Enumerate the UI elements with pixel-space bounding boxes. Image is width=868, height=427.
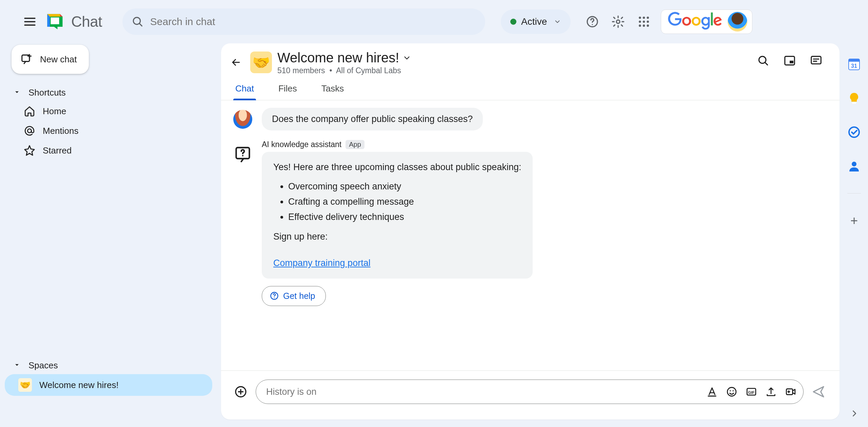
svg-point-36 xyxy=(852,162,856,166)
app-logo[interactable]: Chat xyxy=(45,12,102,32)
apps-button[interactable] xyxy=(634,12,654,32)
format-text-button[interactable] xyxy=(706,386,718,398)
keep-addon[interactable] xyxy=(847,92,861,105)
contacts-addon[interactable] xyxy=(847,159,861,173)
svg-rect-18 xyxy=(790,61,793,63)
person-icon xyxy=(847,159,861,173)
search-input[interactable] xyxy=(150,16,476,27)
caret-down-icon xyxy=(14,89,20,96)
space-avatar: 🤝 xyxy=(250,52,272,73)
bot-header: AI knowledge assistant App xyxy=(262,140,533,149)
new-chat-label: New chat xyxy=(40,54,77,65)
training-portal-link[interactable]: Company training portal xyxy=(273,258,371,268)
gear-icon xyxy=(611,15,625,28)
open-thread-button[interactable] xyxy=(810,54,823,67)
app-name: Chat xyxy=(71,13,102,30)
svg-point-9 xyxy=(643,21,645,23)
handshake-emoji-icon: 🤝 xyxy=(18,378,32,392)
qa-bot-icon xyxy=(234,145,252,163)
svg-point-23 xyxy=(274,298,275,298)
tab-chat[interactable]: Chat xyxy=(233,81,256,100)
upload-button[interactable] xyxy=(765,386,777,398)
svg-point-10 xyxy=(647,21,649,23)
help-button[interactable] xyxy=(582,12,603,32)
get-addons-button[interactable]: + xyxy=(847,214,861,227)
svg-point-15 xyxy=(27,129,31,133)
svg-point-25 xyxy=(727,387,736,396)
search-bar[interactable] xyxy=(122,8,485,35)
chevron-right-icon xyxy=(849,408,860,419)
caret-down-icon xyxy=(14,362,20,368)
calendar-addon[interactable]: 31 xyxy=(847,58,861,71)
meet-button[interactable] xyxy=(785,386,796,398)
svg-point-21 xyxy=(242,155,243,156)
user-avatar[interactable] xyxy=(728,12,747,32)
tab-tasks[interactable]: Tasks xyxy=(319,81,346,100)
svg-rect-34 xyxy=(852,102,856,104)
svg-point-7 xyxy=(647,17,649,19)
google-logo-text xyxy=(668,12,722,32)
star-icon xyxy=(24,145,35,156)
left-sidebar: New chat Shortcuts Home Mentions Starred… xyxy=(0,43,217,427)
status-active-dot xyxy=(510,19,516,25)
svg-rect-32 xyxy=(849,59,860,62)
svg-rect-19 xyxy=(811,56,821,64)
tasks-icon xyxy=(847,125,861,139)
user-message-avatar xyxy=(233,110,252,129)
emoji-button[interactable] xyxy=(726,386,737,398)
app-chip: App xyxy=(346,140,364,149)
composer: GIF xyxy=(221,371,840,420)
svg-point-4 xyxy=(616,20,620,23)
svg-point-3 xyxy=(592,24,593,25)
tasks-addon[interactable] xyxy=(847,125,861,139)
svg-point-35 xyxy=(849,127,859,137)
sidebar-item-starred[interactable]: Starred xyxy=(5,141,212,160)
chat-logo-icon xyxy=(45,12,65,32)
svg-point-26 xyxy=(730,390,731,391)
spaces-header[interactable]: Spaces xyxy=(5,357,212,374)
svg-point-11 xyxy=(639,24,641,27)
conversation-header: 🤝 Welcome new hires! 510 members • All o… xyxy=(221,43,840,75)
svg-point-6 xyxy=(643,17,645,19)
space-title-dropdown[interactable]: Welcome new hires! xyxy=(277,50,751,65)
message-user: Does the company offer public speaking c… xyxy=(233,108,827,130)
svg-point-27 xyxy=(733,390,734,391)
picture-in-picture-button[interactable] xyxy=(783,54,796,67)
svg-text:GIF: GIF xyxy=(748,390,755,394)
main-menu-button[interactable] xyxy=(18,9,42,34)
messages-area: Does the company offer public speaking c… xyxy=(221,100,840,371)
svg-point-8 xyxy=(639,21,641,23)
status-selector[interactable]: Active xyxy=(501,9,571,34)
svg-point-12 xyxy=(643,24,645,27)
search-conversation-button[interactable] xyxy=(757,54,770,67)
message-input[interactable] xyxy=(266,387,706,397)
svg-point-5 xyxy=(639,17,641,19)
keep-icon xyxy=(847,92,861,105)
new-chat-button[interactable]: New chat xyxy=(12,45,89,74)
shortcuts-header[interactable]: Shortcuts xyxy=(5,84,212,101)
sidebar-item-mentions[interactable]: Mentions xyxy=(5,121,212,141)
send-button[interactable] xyxy=(810,383,827,401)
bot-message-bubble: Yes! Here are three upcoming classes abo… xyxy=(262,152,533,279)
panel-collapse-button[interactable] xyxy=(848,407,861,420)
svg-rect-0 xyxy=(51,18,59,24)
help-icon xyxy=(586,15,599,28)
sidebar-space-welcome[interactable]: 🤝 Welcome new hires! xyxy=(5,374,212,396)
bot-avatar xyxy=(233,145,252,164)
get-help-button[interactable]: Get help xyxy=(262,286,326,306)
composer-add-button[interactable] xyxy=(232,383,250,401)
arrow-left-icon xyxy=(230,57,242,68)
search-icon xyxy=(131,15,144,28)
tab-files[interactable]: Files xyxy=(276,81,299,100)
menu-icon xyxy=(23,15,37,28)
plus-icon: + xyxy=(850,214,858,228)
back-button[interactable] xyxy=(227,54,245,71)
plus-circle-icon xyxy=(234,385,248,399)
gif-button[interactable]: GIF xyxy=(746,386,757,398)
settings-button[interactable] xyxy=(608,12,628,32)
calendar-icon: 31 xyxy=(847,58,861,71)
home-icon xyxy=(24,105,35,117)
account-badge[interactable] xyxy=(661,9,752,34)
sidebar-item-home[interactable]: Home xyxy=(5,101,212,121)
side-panel: 31 + xyxy=(840,52,868,427)
